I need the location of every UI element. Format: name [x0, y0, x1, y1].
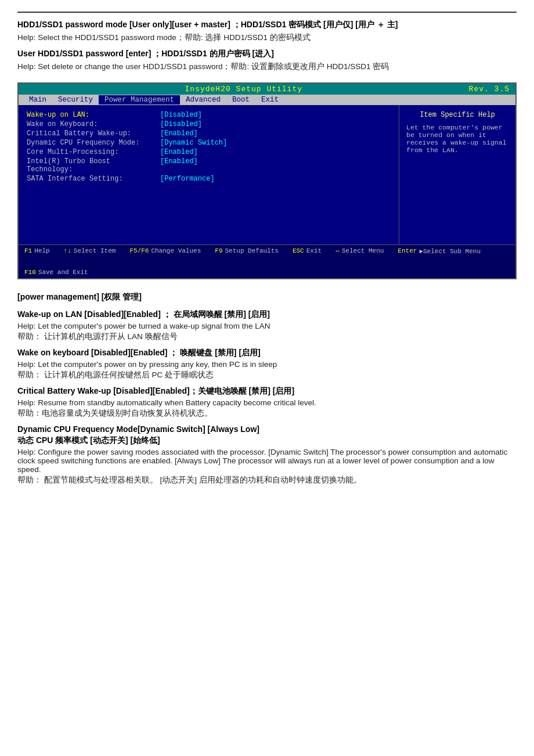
bios-desc-leftright: Select Menu: [342, 247, 384, 255]
critical-battery-help-en: Help: Resume from standby automatically …: [17, 398, 517, 407]
bios-screenshot: InsydeH20 Setup Utility Rev. 3.5 Main Se…: [17, 82, 517, 279]
bios-footer-esc: ESC Exit: [293, 247, 322, 255]
bios-help-title: Item Specific Help: [406, 111, 508, 119]
bios-footer-f1: F1 Help: [24, 247, 50, 255]
bios-key-leftright: ↔: [335, 247, 340, 255]
user-hdd-password-heading: User HDD1/SSD1 password [enter] ；HDD1/SS…: [17, 49, 517, 59]
dynamic-cpu-help-en: Help: Configure the power saving modes a…: [17, 448, 517, 474]
bios-row-2: Critical Battery Wake-up: [Enabled]: [27, 129, 391, 138]
bios-value-4: [Enabled]: [160, 148, 198, 156]
bios-footer: F1 Help ↑↓ Select Item F5/F6 Change Valu…: [19, 244, 515, 278]
bios-key-updown: ↑↓: [64, 247, 71, 255]
bios-value-1: [Disabled]: [160, 120, 202, 128]
bios-label-0: Wake-up on LAN:: [27, 111, 160, 119]
bios-footer-f9: F9 Setup Defaults: [215, 247, 279, 255]
bios-value-5: [Enabled]: [160, 157, 198, 174]
hdd-password-mode-help: Help: Select the HDD1/SSD1 password mode…: [17, 33, 517, 43]
bios-value-3: [Dynamic Switch]: [160, 139, 227, 147]
power-management-heading: [power management] [权限 管理]: [17, 292, 517, 303]
wake-keyboard-section: Wake on keyboard [Disabled][Enabled] ； 唤…: [17, 348, 517, 380]
bios-footer-enter: Enter ▶Select Sub Menu: [398, 247, 481, 255]
bios-key-esc: ESC: [293, 247, 304, 255]
bios-key-f1: F1: [24, 247, 32, 255]
bios-desc-f5f6: Change Values: [151, 247, 201, 255]
bios-help-panel: Item Specific Help Let the computer's po…: [399, 105, 515, 244]
bios-footer-f5f6: F5/F6 Change Values: [129, 247, 201, 255]
bios-menu-boot[interactable]: Boot: [226, 95, 255, 105]
dynamic-cpu-heading-cn: 动态 CPU 频率模式 [动态开关] [始终低]: [17, 435, 517, 446]
bios-row-5: Intel(R) Turbo Boost Technology: [Enable…: [27, 157, 391, 174]
bios-row-4: Core Multi-Processing: [Enabled]: [27, 148, 391, 156]
critical-battery-section: Critical Battery Wake-up [Disabled][Enab…: [17, 386, 517, 419]
bios-row-3: Dynamic CPU Frequency Mode: [Dynamic Swi…: [27, 139, 391, 147]
bios-label-6: SATA Interface Setting:: [27, 175, 160, 183]
wake-lan-help-en: Help: Let the computer's power be turned…: [17, 322, 517, 330]
wake-lan-heading: Wake-up on LAN [Disabled][Enabled] ； 在局域…: [17, 309, 517, 320]
bios-value-0: [Disabled]: [160, 111, 202, 119]
bios-menu-main[interactable]: Main: [23, 95, 52, 105]
bios-help-text: Let the computer's power be turned on wh…: [406, 124, 508, 154]
critical-battery-help-cn: 帮助：电池容量成为关键级别时自动恢复从待机状态。: [17, 408, 517, 419]
bios-footer-updown: ↑↓ Select Item: [64, 247, 116, 255]
bios-desc-updown: Select Item: [74, 247, 116, 255]
wake-keyboard-help-cn: 帮助： 让计算机的电源任何按键然后 PC 处于睡眠状态: [17, 370, 517, 380]
bios-rev: Rev. 3.5: [469, 85, 515, 93]
hdd-password-mode-heading: HDD1/SSD1 password mode [User only][user…: [17, 20, 517, 30]
bios-titlebar: InsydeH20 Setup Utility Rev. 3.5: [19, 84, 515, 95]
bios-menu-security[interactable]: Security: [52, 95, 99, 105]
wake-keyboard-heading: Wake on keyboard [Disabled][Enabled] ； 唤…: [17, 348, 517, 358]
bios-desc-f10: Save and Exit: [38, 269, 88, 276]
dynamic-cpu-heading: Dynamic CPU Frequency Mode[Dynamic Switc…: [17, 424, 517, 434]
user-hdd-password-help: Help: Set delete or change the user HDD1…: [17, 62, 517, 72]
wake-lan-section: Wake-up on LAN [Disabled][Enabled] ； 在局域…: [17, 309, 517, 342]
wake-keyboard-help-en: Help: Let the computer's power on by pre…: [17, 360, 517, 369]
bios-menu-exit[interactable]: Exit: [255, 95, 284, 105]
bios-label-5: Intel(R) Turbo Boost Technology:: [27, 157, 160, 174]
dynamic-cpu-section: Dynamic CPU Frequency Mode[Dynamic Switc…: [17, 424, 517, 485]
wake-lan-help-cn: 帮助： 让计算机的电源打开从 LAN 唤醒信号: [17, 332, 517, 342]
bios-title: InsydeH20 Setup Utility: [185, 85, 302, 93]
dynamic-cpu-help-cn: 帮助： 配置节能模式与处理器相关联。 [动态开关] 启用处理器的功耗和自动时钟速…: [17, 475, 517, 485]
bios-footer-f10: F10 Save and Exit: [24, 269, 88, 276]
bios-menu-power[interactable]: Power Management: [99, 95, 180, 105]
bios-desc-f1: Help: [34, 247, 49, 255]
bios-row-0: Wake-up on LAN: [Disabled]: [27, 111, 391, 119]
bios-footer-leftright: ↔ Select Menu: [335, 247, 384, 255]
bios-value-2: [Enabled]: [160, 129, 198, 138]
bios-main-panel: Wake-up on LAN: [Disabled] Wake on Keybo…: [19, 105, 399, 244]
bios-body: Wake-up on LAN: [Disabled] Wake on Keybo…: [19, 105, 515, 244]
bios-row-6: SATA Interface Setting: [Performance]: [27, 175, 391, 183]
bios-desc-esc: Exit: [306, 247, 322, 255]
bios-menu-advanced[interactable]: Advanced: [180, 95, 226, 105]
bios-row-1: Wake on Keyboard: [Disabled]: [27, 120, 391, 128]
bios-key-f5f6: F5/F6: [129, 247, 149, 255]
bios-label-1: Wake on Keyboard:: [27, 120, 160, 128]
bios-label-2: Critical Battery Wake-up:: [27, 129, 160, 138]
bios-menubar: Main Security Power Management Advanced …: [19, 95, 515, 105]
bios-desc-f9: Setup Defaults: [225, 247, 278, 255]
bios-key-f10: F10: [24, 269, 36, 276]
bios-label-3: Dynamic CPU Frequency Mode:: [27, 139, 160, 147]
critical-battery-heading: Critical Battery Wake-up [Disabled][Enab…: [17, 386, 517, 397]
bios-label-4: Core Multi-Processing:: [27, 148, 160, 156]
bios-desc-enter: ▶Select Sub Menu: [419, 247, 481, 255]
bios-value-6: [Performance]: [160, 175, 215, 183]
bios-key-enter: Enter: [398, 247, 417, 255]
bios-key-f9: F9: [215, 247, 222, 255]
top-divider: [17, 12, 517, 13]
